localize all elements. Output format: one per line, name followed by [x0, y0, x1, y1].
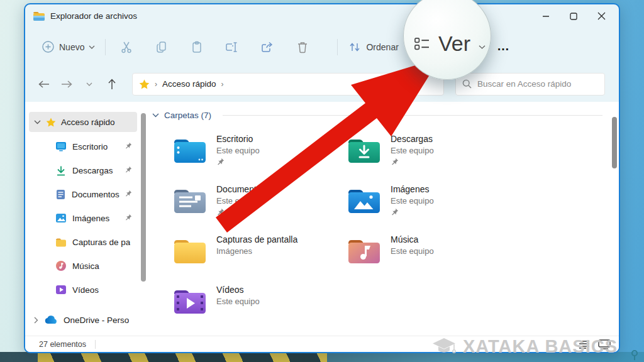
folder-name: Escritorio — [216, 134, 260, 144]
folder-item-capturas[interactable]: Capturas de pantalla Imágenes — [172, 234, 347, 285]
sidebar-item-videos[interactable]: Vídeos — [25, 278, 141, 302]
sidebar-item-onedrive[interactable]: OneDrive - Perso — [25, 308, 141, 332]
item-count: 27 elementos — [39, 340, 86, 349]
rename-button[interactable] — [221, 36, 243, 58]
pin-icon — [391, 208, 399, 216]
paste-button[interactable] — [186, 36, 208, 58]
folder-text: Vídeos Este equipo — [216, 285, 260, 335]
quick-access-star-icon — [139, 79, 150, 89]
maximize-button[interactable] — [560, 7, 587, 26]
arrow-right-icon — [61, 80, 72, 89]
folder-item-imagenes[interactable]: Imágenes Este equipo — [347, 184, 521, 234]
share-button[interactable] — [257, 36, 278, 58]
folder-item-videos[interactable]: Vídeos Este equipo — [172, 285, 347, 335]
section-rule — [223, 115, 602, 116]
folder-panel: Carpetas (7) Escritorio — [141, 102, 619, 336]
sidebar-item-label: Descargas — [72, 166, 113, 175]
sidebar-item-label: Imágenes — [72, 214, 109, 223]
maximize-icon — [570, 13, 577, 20]
pin-icon — [391, 158, 399, 166]
trash-icon — [296, 40, 309, 54]
folder-item-escritorio[interactable]: Escritorio Este equipo — [172, 134, 347, 184]
recent-locations-button[interactable] — [79, 74, 99, 94]
forward-button[interactable] — [57, 74, 77, 94]
breadcrumb-chevron: › — [221, 80, 224, 89]
cut-button[interactable] — [116, 36, 137, 58]
sidebar-item-capturas[interactable]: Capturas de pa — [25, 230, 141, 254]
sidebar-item-label: Escritorio — [72, 142, 108, 151]
watermark-text: XATAKA BASICS — [463, 336, 618, 357]
new-button[interactable]: Nuevo — [42, 40, 95, 53]
document-icon — [55, 189, 66, 200]
desktop-folder-icon — [172, 135, 208, 165]
pictures-folder-icon — [347, 185, 382, 216]
sidebar-item-musica[interactable]: Música — [25, 254, 141, 278]
sidebar-item-escritorio[interactable]: Escritorio — [25, 134, 141, 158]
folder-item-documentos[interactable]: Documentos Este equipo — [172, 184, 347, 234]
sidebar-item-label: Documentos — [72, 190, 119, 199]
pictures-icon — [55, 213, 67, 223]
folder-item-musica[interactable]: Música Este equipo — [347, 234, 521, 285]
section-header-carpetas[interactable]: Carpetas (7) — [152, 111, 602, 120]
close-button[interactable] — [587, 7, 615, 26]
copy-icon — [155, 40, 169, 54]
graduation-cap-icon — [431, 337, 457, 356]
view-button-label: Ver — [438, 31, 470, 56]
quick-access-star-icon — [46, 118, 56, 127]
folder-grid: Escritorio Este equipo — [172, 134, 602, 335]
new-button-label: Nuevo — [59, 42, 84, 52]
sidebar-item-imagenes[interactable]: Imágenes — [25, 206, 141, 230]
folder-text: Descargas Este equipo — [391, 134, 434, 184]
folder-name: Vídeos — [216, 285, 260, 295]
chevron-down-icon — [152, 113, 159, 118]
sidebar-item-label: Acceso rápido — [61, 118, 115, 127]
folder-item-descargas[interactable]: Descargas Este equipo — [347, 134, 521, 184]
sidebar-item-acceso-rapido[interactable]: Acceso rápido — [29, 112, 137, 132]
download-icon — [55, 165, 67, 176]
sidebar-item-label: Música — [72, 261, 99, 271]
music-icon — [55, 260, 67, 272]
folder-text: Capturas de pantalla Imágenes — [216, 234, 297, 285]
explorer-folder-icon — [33, 11, 45, 21]
main-scrollbar[interactable] — [612, 117, 617, 168]
search-input[interactable] — [477, 79, 598, 89]
desktop-icon — [55, 141, 67, 151]
breadcrumb[interactable]: › Acceso rápido › — [132, 73, 444, 96]
up-button[interactable] — [102, 74, 122, 94]
folder-location: Este equipo — [216, 146, 260, 155]
arrow-left-icon — [38, 80, 50, 89]
folder-text: Documentos Este equipo — [216, 184, 266, 234]
copy-button[interactable] — [151, 36, 172, 58]
folder-location: Este equipo — [391, 146, 434, 155]
pin-icon — [125, 166, 132, 173]
sort-button[interactable]: Ordenar — [348, 40, 398, 54]
view-button[interactable]: Ver — [414, 31, 486, 56]
chevron-down-icon — [479, 44, 486, 50]
back-button[interactable] — [34, 74, 54, 94]
sidebar-item-descargas[interactable]: Descargas — [25, 158, 141, 182]
pin-icon — [216, 208, 225, 216]
wallpaper-stripes — [38, 352, 327, 362]
folder-name: Imágenes — [391, 184, 434, 194]
chevron-down-icon — [34, 120, 41, 124]
chevron-right-icon — [34, 317, 38, 324]
screenshots-folder-icon — [172, 236, 208, 266]
breadcrumb-chevron: › — [155, 80, 157, 89]
content-area: Acceso rápido Escritorio Descargas — [25, 102, 619, 336]
delete-button[interactable] — [292, 36, 313, 58]
folder-location: Este equipo — [216, 196, 266, 206]
address-bar: › Acceso rápido › — [25, 66, 619, 102]
folder-name: Música — [391, 234, 434, 244]
search-icon — [462, 79, 472, 89]
rename-icon — [225, 40, 240, 54]
sidebar-item-label: Vídeos — [72, 285, 99, 295]
folder-text: Música Este equipo — [391, 234, 434, 285]
folder-text: Imágenes Este equipo — [391, 184, 434, 234]
chevron-down-icon — [89, 45, 95, 49]
onedrive-cloud-icon — [44, 315, 58, 324]
sidebar-item-documentos[interactable]: Documentos — [25, 182, 141, 206]
see-more-button[interactable]: … — [497, 39, 510, 53]
titlebar: Explorador de archivos — [25, 4, 619, 28]
search-box[interactable] — [455, 73, 605, 96]
minimize-button[interactable] — [532, 7, 560, 26]
